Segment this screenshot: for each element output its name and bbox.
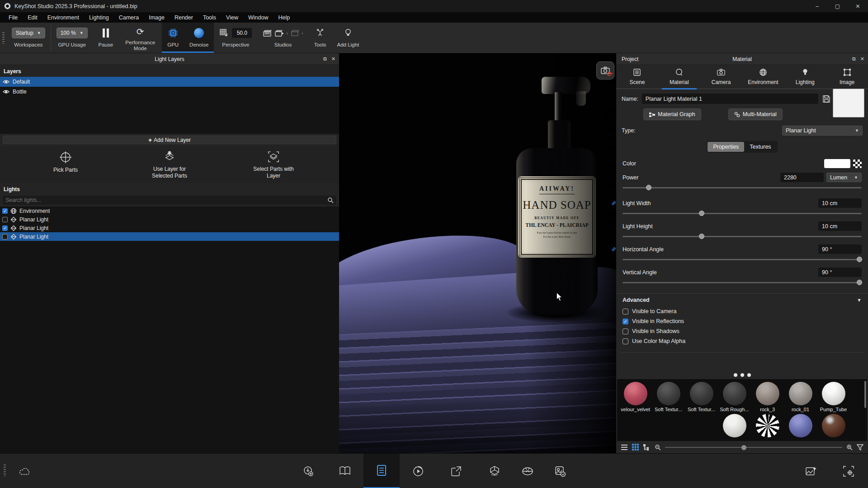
light-height-value[interactable]: 10 cm [818, 221, 862, 231]
tab-textures[interactable]: Textures [744, 142, 776, 152]
bottombar-drag-handle[interactable] [4, 465, 6, 476]
tab-properties[interactable]: Properties [708, 142, 744, 152]
material-name-input[interactable] [642, 94, 818, 104]
material-swatch[interactable]: Soft Rough... [718, 382, 751, 412]
material-sphere[interactable] [822, 382, 845, 405]
material-sphere[interactable] [657, 382, 680, 405]
cloud-library-button[interactable]: Cloud Library [9, 454, 41, 488]
visible-in-shadows-checkbox[interactable] [623, 328, 628, 334]
power-unit-dropdown[interactable]: Lumen ▼ [826, 173, 862, 182]
texture-map-icon[interactable] [853, 160, 862, 168]
material-preview[interactable] [833, 89, 864, 117]
tab-image[interactable]: Image [826, 68, 868, 89]
list-view-icon[interactable] [621, 444, 628, 450]
visible-in-reflections-row[interactable]: ✓ Visible in Reflections [616, 316, 868, 326]
menu-lighting[interactable]: Lighting [84, 14, 114, 21]
close-panel-icon[interactable]: ✕ [860, 56, 864, 62]
add-light-button[interactable]: Add Light [332, 23, 365, 53]
studio-icon[interactable] [263, 29, 272, 37]
tab-environment[interactable]: Environment [742, 68, 784, 89]
library-button[interactable]: Library [327, 454, 363, 488]
import-button[interactable]: Import [290, 454, 326, 488]
float-panel-icon[interactable]: ⧉ [852, 56, 856, 62]
light-checkbox[interactable]: ✓ [2, 208, 8, 214]
close-panel-icon[interactable]: ✕ [331, 56, 335, 62]
material-sphere[interactable] [723, 414, 746, 437]
material-sphere[interactable] [690, 382, 713, 405]
use-color-map-alpha-checkbox[interactable] [623, 338, 628, 344]
add-studio-icon[interactable] [274, 29, 283, 37]
tools-button[interactable]: Tools [309, 23, 332, 53]
gpu-toggle-button[interactable]: GPU [162, 23, 184, 53]
layer-row-default[interactable]: Default [0, 77, 339, 87]
light-row-planar-2[interactable]: ✓ Planar Light [0, 224, 339, 232]
animation-button[interactable]: Animation [400, 454, 436, 488]
material-swatch[interactable]: Soft Textur... [652, 382, 685, 412]
multi-material-button[interactable]: Multi-Material [728, 108, 783, 120]
power-slider[interactable] [623, 185, 862, 190]
material-swatch[interactable] [817, 414, 850, 437]
menu-render[interactable]: Render [170, 14, 198, 21]
ai-shots-button[interactable]: AI Shots [794, 454, 828, 488]
render-button[interactable]: Render [542, 454, 578, 488]
use-color-map-alpha-row[interactable]: Use Color Map Alpha [616, 336, 868, 346]
visible-in-reflections-checkbox[interactable]: ✓ [623, 319, 628, 324]
screenshot-button[interactable]: Screenshot [831, 454, 866, 488]
lights-search-input[interactable] [5, 197, 327, 203]
performance-mode-button[interactable]: ⟳ Performance Mode [118, 23, 162, 53]
layer-row-bottle[interactable]: Bottle [0, 87, 339, 97]
tab-material[interactable]: Material [658, 68, 700, 89]
lights-search[interactable] [3, 196, 336, 205]
material-sphere[interactable] [624, 382, 647, 405]
zoom-in-icon[interactable] [846, 444, 853, 450]
grid-view-icon[interactable] [632, 444, 639, 450]
menu-tools[interactable]: Tools [198, 14, 221, 21]
vertical-angle-slider[interactable] [623, 280, 862, 285]
material-swatch[interactable]: rock_3 [751, 382, 784, 412]
material-sphere[interactable] [756, 382, 779, 405]
material-graph-button[interactable]: Material Graph [643, 108, 701, 120]
camera-reset-button[interactable]: ⟳ [596, 61, 614, 80]
visible-to-camera-checkbox[interactable] [623, 309, 628, 314]
next-studio-icon[interactable]: › [302, 30, 303, 36]
material-sphere[interactable] [789, 382, 812, 405]
type-dropdown[interactable]: Planar Light ▼ [782, 126, 863, 136]
visible-in-shadows-row[interactable]: Visible in Shadows [616, 326, 868, 336]
add-new-layer-button[interactable]: + Add New Layer [3, 136, 336, 144]
render-viewport[interactable]: AIIWAY! HAND SOAP BEAUTIY MADE OFF THL E… [339, 53, 616, 453]
material-sphere[interactable] [756, 414, 779, 437]
horizontal-angle-value[interactable]: 90 ° [818, 244, 862, 254]
menu-file[interactable]: File [4, 14, 23, 21]
material-swatch[interactable] [718, 414, 751, 437]
menu-edit[interactable]: Edit [23, 14, 42, 21]
maximize-button[interactable]: ▢ [827, 0, 848, 12]
tree-view-icon[interactable] [643, 444, 651, 450]
zoom-out-icon[interactable] [655, 444, 661, 450]
eye-icon[interactable] [3, 80, 9, 84]
export-mode-button[interactable]: Export Mode [437, 454, 476, 488]
pause-button[interactable]: Pause [93, 23, 119, 53]
minimize-button[interactable]: – [807, 0, 827, 12]
tab-scene[interactable]: Scene [616, 68, 658, 89]
workspaces-dropdown[interactable]: Startup ▼ [12, 28, 45, 38]
light-width-slider[interactable] [623, 211, 862, 216]
material-swatch[interactable]: velour_velvet [619, 382, 652, 412]
light-height-slider[interactable] [623, 234, 862, 239]
light-row-planar-3[interactable]: Planar Light [0, 232, 339, 241]
light-width-value[interactable]: 10 cm [818, 198, 862, 208]
thumbnail-size-slider[interactable] [665, 445, 842, 450]
prev-studio-icon[interactable]: ‹ [286, 30, 288, 36]
menu-image[interactable]: Image [144, 14, 170, 21]
menu-window[interactable]: Window [243, 14, 273, 21]
material-swatch[interactable]: rock_01 [784, 382, 817, 412]
project-button[interactable]: Project [363, 454, 400, 488]
advanced-section-header[interactable]: Advanced ▼ [616, 293, 868, 306]
use-layer-button[interactable]: Use Layer for Selected Parts [118, 150, 222, 179]
vr-button[interactable]: VR [514, 454, 542, 488]
light-checkbox[interactable] [2, 217, 8, 222]
perspective-value-field[interactable]: 50.0 [232, 28, 252, 38]
material-swatch[interactable]: Pump_Tube [817, 382, 850, 412]
keyshotxr-button[interactable]: KeyShotXR [476, 454, 513, 488]
material-sphere[interactable] [723, 382, 746, 405]
denoise-button[interactable]: Denoise [184, 23, 214, 53]
